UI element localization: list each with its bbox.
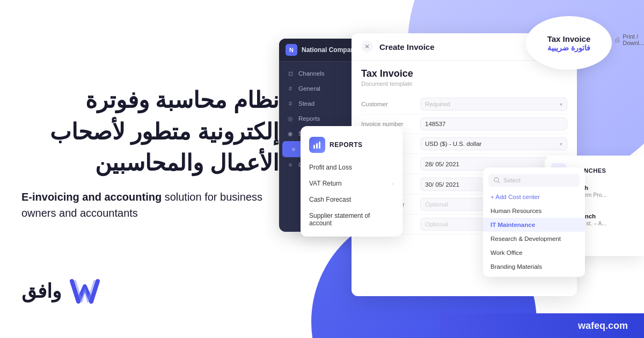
currency-input[interactable]: USD ($) - U.S. dollar ▾ — [420, 137, 567, 150]
cost-center-research[interactable]: Research & Development — [483, 232, 585, 246]
invoice-number-input[interactable]: 148537 — [420, 117, 567, 130]
stead-icon: # — [287, 100, 294, 107]
customer-chevron: ▾ — [560, 101, 562, 107]
svg-rect-0 — [313, 145, 315, 149]
bottom-bar: wafeq.com — [440, 313, 644, 338]
invoice-doc-template: Document template — [361, 80, 567, 87]
vat-arrow-icon: › — [392, 181, 394, 187]
reports-item-profit[interactable]: Profit and Loss — [301, 159, 402, 175]
reports-label: REPORTS — [330, 141, 363, 149]
customer-field: Customer Required ▾ — [361, 94, 567, 114]
website-url: wafeq.com — [578, 320, 628, 332]
svg-point-3 — [494, 178, 499, 182]
cost-center-dropdown: Select + Add Cost center Human Resources… — [483, 167, 585, 277]
channels-icon: ⊡ — [287, 70, 294, 77]
sidebar-logo: N — [286, 44, 297, 56]
customer-input[interactable]: Required ▾ — [420, 98, 567, 111]
svg-rect-1 — [316, 143, 318, 149]
reports-item-vat[interactable]: VAT Return › — [301, 175, 402, 192]
invoice-doc-type: Tax Invoice — [361, 68, 567, 79]
tax-invoice-badge: Tax Invoice فاتورة ضريبية — [526, 16, 612, 70]
right-panel: N National Company ··· ⊡ Channels ▸ # Ge… — [268, 0, 644, 338]
cost-center-it-maintenance[interactable]: IT Maintenance — [483, 218, 585, 232]
english-subtitle: E-invoicing and accounting solution for … — [21, 189, 279, 221]
credit-notes-icon: ≡ — [287, 161, 294, 168]
cost-center-search[interactable]: Select — [488, 174, 580, 187]
logo-arabic-text: وافق — [21, 280, 61, 303]
cost-center-work-office[interactable]: Work Office — [483, 246, 585, 260]
tax-invoice-ar: فاتورة ضريبية — [547, 43, 590, 52]
svg-rect-2 — [319, 142, 320, 149]
currency-chevron: ▾ — [560, 141, 562, 147]
reports-popup: REPORTS Profit and Loss VAT Return › Cas… — [301, 126, 402, 237]
invoice-close-button[interactable]: ✕ — [361, 41, 373, 53]
cost-center-human-resources[interactable]: Human Resources — [483, 204, 585, 218]
tax-invoice-en: Tax Invoice — [547, 34, 591, 43]
cost-center-branding[interactable]: Branding Materials — [483, 260, 585, 274]
arabic-title: نظام محاسبة وفوترة إلكترونية متطور لأصحا… — [21, 85, 279, 179]
cost-center-add-button[interactable]: + Add Cost center — [483, 190, 585, 204]
general-icon: # — [287, 85, 294, 92]
print-action[interactable]: 🖨 Print / Downl... — [614, 33, 644, 46]
reports-header: REPORTS — [301, 131, 402, 159]
reports-icon — [309, 137, 325, 153]
svg-line-4 — [499, 182, 500, 183]
invoices-icon: ≡ — [290, 145, 297, 153]
invoice-panel-title: Create Invoice — [379, 42, 435, 52]
wafeq-logo-icon — [68, 277, 102, 306]
reports-icon: ◎ — [287, 115, 294, 122]
sale-icon: ◉ — [287, 130, 294, 137]
reports-item-cash[interactable]: Cash Forecast — [301, 192, 402, 208]
logo-area: وافق — [21, 277, 102, 306]
print-icon: 🖨 — [614, 36, 620, 43]
left-panel: نظام محاسبة وفوترة إلكترونية متطور لأصحا… — [21, 0, 279, 338]
reports-item-supplier[interactable]: Supplier statement of account — [301, 208, 402, 231]
